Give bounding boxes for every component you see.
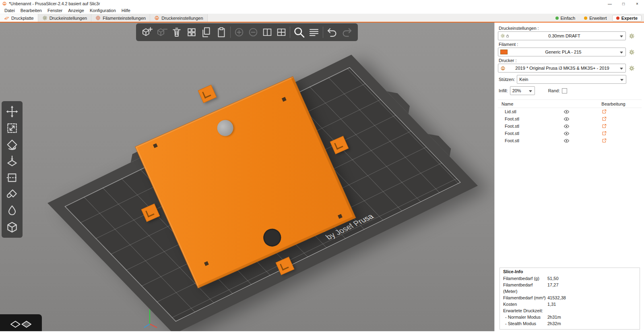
delete-all-button[interactable] [171,26,183,38]
preset-lock-icon [500,33,510,38]
filament-combo[interactable]: Generic PLA - 215 [498,48,626,56]
supports-label: Stützen: [499,77,515,82]
mode-erweitert[interactable]: Erweitert [580,15,610,21]
list-item[interactable]: Foot.stl [498,115,642,122]
undo-button[interactable] [326,26,338,38]
object-foot-stl[interactable] [198,85,217,103]
object-list-header: Name Bearbeitung [498,100,642,108]
menu-hilfe[interactable]: Hilfe [119,8,133,13]
add-instance-button[interactable] [233,27,245,38]
titlebar: *Unbenannt - PrusaSlicer-2.4.2 basiert a… [0,0,644,7]
menu-bearbeiten[interactable]: Bearbeiten [18,8,45,13]
foot-detail [280,261,289,270]
list-item[interactable]: Foot.stl [498,122,642,130]
tabbar: Druckplatte Druckeinstellungen Filamente… [0,14,644,23]
tab-druckplatte[interactable]: Druckplatte [0,14,38,22]
window-controls: — □ × [603,0,644,7]
redo-button[interactable] [341,26,353,38]
menu-konfiguration[interactable]: Konfiguration [87,8,119,13]
slice-info-row: - Normaler Modus2h31m [503,314,636,320]
menubar: Datei Bearbeiten Fenster Anzeige Konfigu… [0,7,644,14]
foot-detail [334,141,343,149]
tab-label: Filamenteinstellungen [103,16,146,21]
lid-screw-mark [338,214,343,219]
foot-detail [202,89,211,98]
toolbar-separator [290,27,290,38]
split-to-parts-button[interactable] [276,27,287,38]
printer-gear-button[interactable] [629,65,635,71]
edit-object-icon[interactable] [582,109,626,114]
move-tool-button[interactable] [6,105,19,118]
eye-icon[interactable] [558,123,574,129]
tab-label: Druckereinstellungen [161,16,203,21]
copy-button[interactable] [200,26,213,38]
infill-combo[interactable]: 20% [510,86,535,95]
cut-tool-button[interactable] [6,171,19,184]
filament-color-swatch [500,50,508,54]
mode-einfach[interactable]: Einfach [552,15,579,21]
split-to-objects-button[interactable] [262,27,273,38]
left-toolbar [2,101,23,238]
brim-checkbox[interactable] [562,88,567,93]
maximize-button[interactable]: □ [617,0,630,7]
remove-object-button[interactable] [156,26,168,38]
printer-combo[interactable]: 2019 * Original Prusa i3 MK3S & MK3S+ - … [498,64,626,73]
paint-supports-button[interactable] [6,188,19,201]
object-list: Name Bearbeitung Lid.stl Foot.stl Foot.s [498,100,642,144]
edit-object-icon[interactable] [582,124,626,129]
gear-icon [42,15,47,21]
list-item[interactable]: Lid.stl [498,108,642,115]
eye-icon[interactable] [558,131,574,137]
arrange-button[interactable] [186,26,198,38]
mode-experte[interactable]: Experte [612,15,642,21]
place-on-face-button[interactable] [6,155,19,168]
tab-filamenteinstellungen[interactable]: Filamenteinstellungen [91,14,150,22]
lid-screw-mark [153,143,158,148]
menu-datei[interactable]: Datei [2,8,18,13]
list-item[interactable]: Foot.stl [498,137,642,144]
variable-layer-height-button[interactable] [6,221,19,234]
stacked-plates-icon [6,317,35,329]
minimize-button[interactable]: — [603,0,617,7]
remove-instance-button[interactable] [248,27,259,38]
search-button[interactable] [292,25,306,39]
view-mode-switch[interactable] [0,314,42,331]
toolbar-separator [323,27,323,38]
close-button[interactable]: × [630,0,644,7]
scale-tool-button[interactable] [6,122,19,135]
layers-view-button[interactable] [308,26,320,38]
lid-hole [260,226,284,249]
prusaslicer-window: *Unbenannt - PrusaSlicer-2.4.2 basiert a… [0,0,644,332]
printer-icon [154,15,159,21]
eye-icon[interactable] [558,138,574,144]
mode-dot-green [555,17,559,20]
rotate-tool-button[interactable] [6,138,19,151]
menu-fenster[interactable]: Fenster [45,8,65,13]
tab-label: Druckplatte [11,16,34,21]
slice-info-row: - Stealth Modus2h32m [503,320,636,327]
3d-viewport[interactable]: 3 MK3 by Josef Prusa [0,23,494,331]
add-object-button[interactable] [141,26,153,38]
tab-label: Druckeinstellungen [50,16,87,21]
seam-painting-button[interactable] [6,204,19,217]
top-toolbar [136,23,358,41]
eye-icon[interactable] [558,116,574,122]
tab-druckereinstellungen[interactable]: Druckereinstellungen [150,14,207,22]
supports-combo[interactable]: Kein [517,75,626,84]
menu-anzeige[interactable]: Anzeige [65,8,87,13]
print-settings-combo[interactable]: 0.30mm DRAFT [498,31,626,40]
edit-object-icon[interactable] [582,116,626,121]
edit-object-icon[interactable] [582,138,626,143]
paste-button[interactable] [215,26,227,38]
sidebar: Druckeinstellungen : 0.30mm DRAFT Filame… [494,23,644,331]
slice-info-row: Filamentbedarf (g)51,50 [503,275,636,282]
foot-detail [145,208,154,217]
print-settings-gear-button[interactable] [629,33,635,39]
list-item[interactable]: Foot.stl [498,130,642,137]
filament-gear-button[interactable] [629,49,635,55]
slice-info-row: Filamentbedarf (mm³)41532,38 [503,295,636,301]
edit-object-icon[interactable] [582,131,626,136]
tab-druckeinstellungen[interactable]: Druckeinstellungen [38,14,92,22]
eye-icon[interactable] [558,109,574,115]
window-title: *Unbenannt - PrusaSlicer-2.4.2 basiert a… [9,1,100,6]
